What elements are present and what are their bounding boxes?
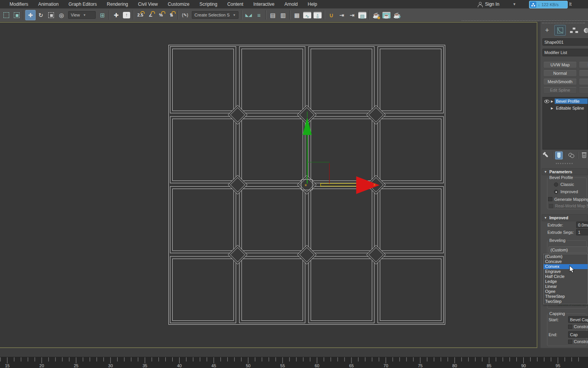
spinner-snap-icon[interactable]: ⇅ [166, 10, 176, 20]
dope-sheet-icon[interactable]: ⇩ [312, 10, 323, 20]
checkbox-generate-mapping[interactable] [548, 197, 552, 201]
tab-display-icon[interactable] [580, 25, 588, 36]
viewport-canvas[interactable]: *x [0, 23, 537, 347]
sign-in-control[interactable]: Sign In ▼ [478, 0, 516, 8]
snaps-toggle-icon[interactable]: 2.5 [135, 10, 145, 20]
checkbox-realworld[interactable] [549, 204, 553, 208]
menu-item[interactable]: Arnold [279, 0, 303, 8]
selection-region-rect-icon[interactable] [1, 10, 11, 20]
menu-item[interactable]: Content [222, 0, 248, 8]
timeline-ruler[interactable]: 1520253035404550556065707580859095 [0, 348, 588, 368]
parameters-rollout-header[interactable]: ▼ Parameters [542, 168, 588, 175]
render-settings-teapot-icon[interactable]: ☕ [371, 10, 381, 20]
menu-item[interactable]: Rendering [102, 0, 133, 8]
explorer-grid-icon[interactable]: ▦ [292, 10, 302, 20]
menu-item[interactable]: Customize [163, 0, 194, 8]
object-name-field[interactable]: Shape001 [542, 38, 588, 46]
percent-snap-icon[interactable]: % [156, 10, 166, 20]
bevel-preset-option[interactable]: Concave [544, 259, 588, 264]
tab-modify-icon[interactable] [554, 25, 566, 36]
modifier-list-dropdown[interactable]: Modifier List ▼ [542, 49, 588, 56]
improved-rollout-header[interactable]: ▼ Improved [542, 214, 588, 221]
render-production-teapot-icon[interactable]: ☕ [392, 10, 402, 20]
extrude-segs-spinner[interactable]: 1 [576, 229, 588, 235]
bevel-preset-option[interactable]: Engrave [544, 269, 588, 274]
bevel-preset-dropdown[interactable]: (Custom) [549, 246, 588, 253]
show-end-result-icon[interactable] [555, 151, 563, 159]
make-unique-icon[interactable] [568, 151, 575, 159]
modifier-stack-row[interactable]: ▶ Bevel Profile [543, 98, 588, 104]
modifier-stack[interactable]: ▶ Bevel Profile ▶ Editable Spline [542, 97, 588, 150]
material-magnet-icon[interactable]: ∪ [326, 10, 336, 20]
modifier-set-button[interactable]: FF [579, 61, 588, 68]
tab-create-icon[interactable]: + [541, 25, 553, 36]
checkbox-start-constrain[interactable] [568, 325, 572, 329]
bevel-preset-option[interactable]: Ogee [544, 289, 588, 294]
tab-hierarchy-icon[interactable] [568, 25, 580, 36]
bevel-preset-option[interactable]: Ledge [544, 279, 588, 284]
bevel-preset-option[interactable]: Linear [544, 284, 588, 289]
reference-coordinate-dropdown[interactable]: View▼ [68, 11, 96, 19]
bevel-preset-option[interactable]: ThreeStep [544, 294, 588, 299]
radio-improved[interactable] [554, 190, 558, 194]
bevel-preset-option[interactable]: TwoStep [544, 299, 588, 304]
modifier-set-button[interactable]: E [579, 78, 588, 85]
menu-item[interactable]: Animation [33, 0, 64, 8]
viewport[interactable]: *x [0, 22, 537, 348]
modifier-set-button[interactable]: Normal [543, 70, 577, 77]
modifier-set-button[interactable]: UVW Map [543, 61, 577, 68]
layer-explorer-icon[interactable]: ▤ [268, 10, 278, 20]
render-setup-icon[interactable]: ▤ [357, 10, 368, 20]
select-and-rotate-icon[interactable]: ↻ [36, 10, 46, 20]
download-status-badge[interactable]: ↓ 122 KB/s [529, 1, 568, 8]
capping-start-dropdown[interactable]: Bevel Cap [568, 316, 588, 323]
svg-text:75: 75 [418, 363, 423, 368]
pin-stack-icon[interactable] [542, 151, 550, 159]
capping-end-dropdown[interactable]: Cap [568, 331, 588, 338]
expand-arrow-icon[interactable]: ▶ [551, 107, 553, 110]
bevel-preset-option[interactable]: Half Circle [544, 274, 588, 279]
radio-classic[interactable] [554, 182, 558, 187]
selection-window-crossing-icon[interactable] [11, 10, 22, 20]
extrude-spinner[interactable]: 0.0mm [576, 222, 588, 228]
select-and-move-icon[interactable]: ✚ [25, 10, 36, 20]
menu-item[interactable]: Interactive [248, 0, 279, 8]
align-icon[interactable]: ≡ [254, 10, 264, 20]
mirror-icon[interactable]: ◣◢ [243, 10, 254, 20]
curve-editor-icon[interactable]: ∿ [302, 10, 312, 20]
expand-arrow-icon[interactable]: ▶ [551, 100, 553, 103]
remove-modifier-icon[interactable] [580, 151, 588, 159]
select-and-manipulate-icon[interactable]: ✚ [111, 10, 121, 20]
visibility-eye-icon[interactable] [544, 100, 549, 103]
bevel-preset-option[interactable]: Convex [544, 264, 588, 269]
edit-named-selection-sets-icon[interactable]: {✎} [180, 10, 190, 20]
menu-item[interactable]: Scripting [194, 0, 222, 8]
select-and-scale-icon[interactable] [46, 10, 56, 20]
set-key-left-icon[interactable]: ⇥ [336, 10, 347, 20]
modifier-stack-row[interactable]: ▶ Editable Spline [543, 105, 588, 111]
bevel-preset-listbox[interactable]: (Custom) Concave Convex Engrave Half Cir… [543, 254, 588, 304]
set-key-right-icon[interactable]: ⇥ [347, 10, 357, 20]
menu-item[interactable]: Help [303, 0, 322, 8]
rendered-frame-window-icon[interactable]: ☕ [381, 10, 392, 20]
scene-explorer-icon[interactable]: ▥ [278, 10, 288, 20]
rollout-arrow-icon: ▼ [544, 170, 547, 174]
command-panel-grip[interactable] [542, 23, 585, 23]
use-pivot-center-icon[interactable]: ⊞ [97, 10, 108, 20]
menu-item[interactable]: Graph Editors [64, 0, 102, 8]
keyboard-shortcut-override-icon[interactable]: ↑ [121, 10, 132, 20]
modifier-set-button[interactable] [579, 70, 588, 77]
group-label: Beveling [548, 238, 567, 243]
bevel-preset-option[interactable]: (Custom) [544, 254, 588, 259]
modifier-label: Bevel Profile [555, 99, 588, 104]
checkbox-end-constrain[interactable] [568, 340, 572, 344]
create-selection-set-dropdown[interactable]: Create Selection Set▼ [192, 11, 238, 19]
menu-item[interactable]: Modifiers [5, 0, 33, 8]
select-and-place-icon[interactable]: ◎ [56, 10, 67, 20]
rollout-grip[interactable] [556, 163, 573, 164]
menu-item[interactable]: Civil View [133, 0, 163, 8]
toolbar-separator [265, 10, 266, 20]
modifier-set-button[interactable]: MeshSmooth [543, 78, 577, 85]
angle-snap-icon[interactable]: ∠ [145, 10, 156, 20]
panel-divider[interactable] [537, 22, 541, 348]
